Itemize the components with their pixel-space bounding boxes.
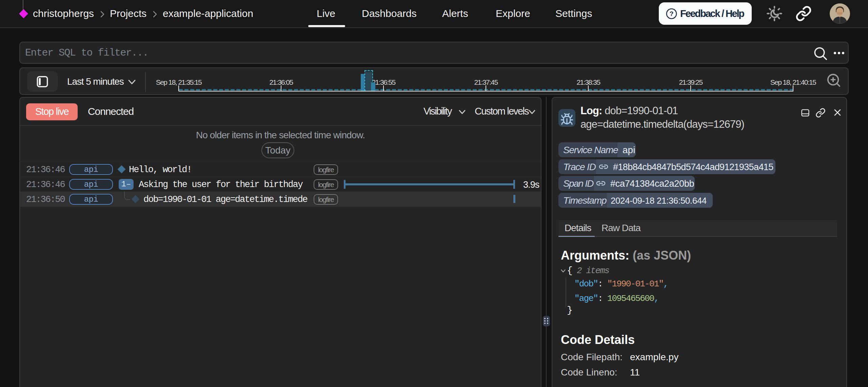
svg-text:?: ?: [670, 10, 674, 17]
